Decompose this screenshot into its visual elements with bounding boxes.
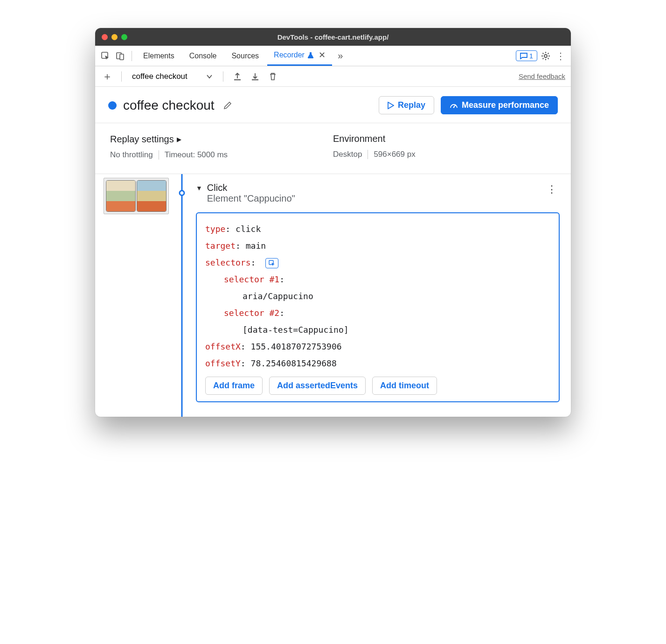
field-offsety[interactable]: offsetY: 78.25460815429688 <box>205 355 550 372</box>
more-tabs-icon[interactable]: » <box>334 49 347 63</box>
step-panel: ▼ Click Element "Cappucino" ⋮ type: clic… <box>190 174 562 417</box>
step-title: Click <box>207 182 295 193</box>
chevron-right-icon: ▸ <box>177 133 181 145</box>
window-controls <box>102 34 127 40</box>
import-icon[interactable] <box>249 70 262 83</box>
measure-performance-button[interactable]: Measure performance <box>441 96 558 114</box>
delete-icon[interactable] <box>266 70 279 83</box>
kebab-menu-icon[interactable]: ⋮ <box>554 49 567 63</box>
field-selectors[interactable]: selectors: <box>205 254 550 271</box>
minimize-window-button[interactable] <box>111 34 118 40</box>
timeline-node <box>179 190 185 196</box>
recording-status-dot <box>108 101 117 110</box>
add-buttons-row: Add frame Add assertedEvents Add timeout <box>205 377 550 395</box>
add-asserted-events-button[interactable]: Add assertedEvents <box>269 377 366 395</box>
tab-sources[interactable]: Sources <box>225 46 265 66</box>
close-tab-icon[interactable]: ✕ <box>319 50 326 60</box>
device-toolbar-icon[interactable] <box>114 49 127 63</box>
tab-console[interactable]: Console <box>183 46 223 66</box>
step-subtitle: Element "Cappucino" <box>207 193 295 204</box>
device-type: Desktop <box>333 150 362 159</box>
svg-point-3 <box>544 55 547 57</box>
titlebar: DevTools - coffee-cart.netlify.app/ <box>95 28 571 46</box>
recording-title: coffee checkout <box>123 98 215 113</box>
chat-icon <box>520 52 527 60</box>
new-recording-icon[interactable]: ＋ <box>101 70 114 83</box>
step-header[interactable]: ▼ Click Element "Cappucino" ⋮ <box>196 182 560 204</box>
devtools-window: DevTools - coffee-cart.netlify.app/ Elem… <box>95 28 571 417</box>
svg-rect-2 <box>120 54 124 60</box>
settings-icon[interactable] <box>539 49 552 63</box>
selector-2-label[interactable]: selector #2: <box>205 305 550 322</box>
step-details: type: click target: main selectors: sele… <box>196 212 560 402</box>
maximize-window-button[interactable] <box>121 34 127 40</box>
timeout-value[interactable]: Timeout: 5000 ms <box>165 150 228 160</box>
replay-button[interactable]: Replay <box>379 96 434 114</box>
separator <box>132 51 132 61</box>
flask-icon <box>307 52 314 58</box>
viewport-size: 596×669 px <box>374 150 415 159</box>
field-type[interactable]: type: click <box>205 221 550 238</box>
recording-header: coffee checkout Replay Measure performan… <box>95 87 571 123</box>
issues-badge[interactable]: 1 <box>516 50 537 61</box>
separator <box>368 150 368 159</box>
add-frame-button[interactable]: Add frame <box>205 377 263 395</box>
field-offsetx[interactable]: offsetX: 155.40187072753906 <box>205 338 550 355</box>
play-icon <box>388 102 394 109</box>
separator <box>159 150 159 160</box>
field-target[interactable]: target: main <box>205 238 550 254</box>
selector-1-label[interactable]: selector #1: <box>205 271 550 288</box>
recorder-toolbar: ＋ coffee checkout Send feedback <box>95 66 571 87</box>
add-timeout-button[interactable]: Add timeout <box>372 377 437 395</box>
pick-selector-icon[interactable] <box>265 258 278 268</box>
svg-point-4 <box>453 106 455 108</box>
close-window-button[interactable] <box>102 34 108 40</box>
step-menu-icon[interactable]: ⋮ <box>544 182 560 196</box>
separator <box>223 71 223 82</box>
inspect-element-icon[interactable] <box>99 49 112 63</box>
devtools-tabbar: Elements Console Sources Recorder ✕ » 1 … <box>95 46 571 66</box>
throttling-value[interactable]: No throttling <box>110 150 153 160</box>
tab-recorder[interactable]: Recorder ✕ <box>267 46 332 66</box>
replay-settings-section: Replay settings ▸ No throttling Timeout:… <box>110 133 333 160</box>
send-feedback-link[interactable]: Send feedback <box>519 72 565 80</box>
thumbnail-column <box>104 174 173 417</box>
export-icon[interactable] <box>231 70 244 83</box>
tab-elements[interactable]: Elements <box>137 46 181 66</box>
environment-title: Environment <box>333 133 556 144</box>
gauge-icon <box>450 101 458 110</box>
collapse-caret-icon[interactable]: ▼ <box>196 184 202 192</box>
steps-timeline: ▼ Click Element "Cappucino" ⋮ type: clic… <box>95 174 571 417</box>
window-title: DevTools - coffee-cart.netlify.app/ <box>95 33 571 41</box>
separator <box>121 71 122 82</box>
settings-row: Replay settings ▸ No throttling Timeout:… <box>95 123 571 174</box>
replay-settings-toggle[interactable]: Replay settings ▸ <box>110 133 333 145</box>
timeline-rail <box>173 174 190 417</box>
step-thumbnail[interactable] <box>104 178 169 214</box>
selector-1-value[interactable]: aria/Cappucino <box>205 288 550 305</box>
chevron-down-icon <box>206 73 213 80</box>
edit-title-icon[interactable] <box>221 99 234 112</box>
recording-dropdown[interactable]: coffee checkout <box>129 70 215 83</box>
environment-section: Environment Desktop 596×669 px <box>333 133 556 160</box>
selector-2-value[interactable]: [data-test=Cappucino] <box>205 322 550 338</box>
